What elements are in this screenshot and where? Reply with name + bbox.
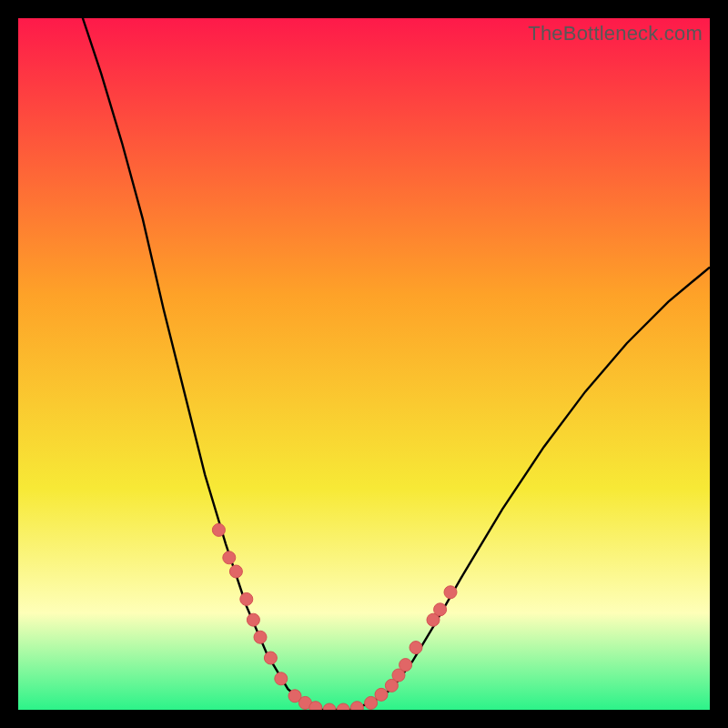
- data-point: [399, 659, 412, 672]
- data-point: [444, 586, 457, 599]
- data-point: [212, 523, 225, 536]
- data-point: [264, 652, 277, 664]
- data-point: [350, 702, 363, 710]
- data-point: [375, 688, 388, 701]
- chart-frame: TheBottleneck.com: [18, 18, 710, 710]
- gradient-background: [18, 18, 710, 710]
- data-point: [240, 592, 253, 605]
- data-point: [229, 565, 242, 578]
- data-point: [247, 613, 259, 626]
- data-point: [309, 702, 322, 710]
- data-point: [254, 631, 267, 643]
- data-point: [434, 603, 447, 616]
- data-point: [410, 642, 422, 654]
- watermark-text: TheBottleneck.com: [528, 22, 703, 46]
- data-point: [365, 696, 378, 709]
- data-point: [223, 551, 236, 564]
- data-point: [275, 672, 288, 685]
- bottleneck-curve-chart: [18, 18, 710, 710]
